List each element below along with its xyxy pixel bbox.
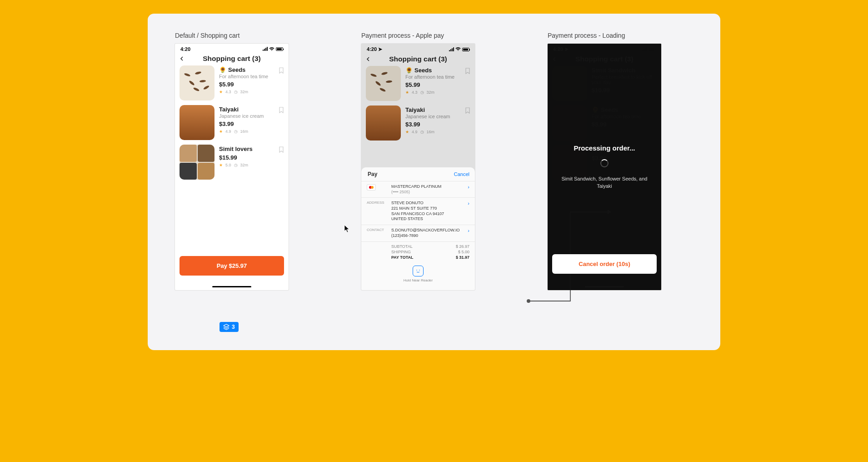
frame-loading-column: Payment process - Loading 4:20 ➤ Shoppin… — [548, 32, 661, 332]
item-info: 🌻Seeds For afternoon tea time $5.99 ★4.3… — [405, 66, 470, 101]
signal-icon — [262, 46, 268, 52]
face-id-prompt[interactable]: Hold Near Reader — [361, 266, 475, 282]
item-desc: For afternoon tea time — [405, 74, 470, 80]
paytotal-line: PAY TOTAL$ 31.97 — [367, 255, 469, 260]
figma-canvas[interactable]: Default / Shopping cart 4:20 Shopping ca… — [148, 14, 720, 350]
totals-block: SUBTOTAL$ 26.97 SHIPPING$ 5.00 PAY TOTAL… — [361, 241, 475, 262]
contact-row[interactable]: CONTACT S.DONUTO@SNACKOVERFLOW.IO (123)4… — [361, 225, 475, 241]
processing-title: Processing order... — [574, 144, 635, 152]
clock-icon: ◷ — [420, 90, 424, 95]
card-icon-wrap — [367, 184, 387, 191]
status-time: 4:20 — [180, 46, 190, 52]
wifi-icon — [455, 47, 461, 51]
status-icons — [262, 46, 283, 52]
chevron-right-icon: › — [468, 228, 469, 233]
cart-list: 🌻Seeds For afternoon tea time $5.99 ★4.3… — [361, 66, 475, 141]
layers-icon — [223, 324, 229, 330]
address-label: ADDRESS — [367, 201, 387, 205]
face-id-icon — [413, 266, 424, 276]
star-icon: ★ — [219, 129, 223, 134]
item-price: $3.99 — [219, 121, 284, 127]
phone-applepay[interactable]: 4:20 ➤ Shopping cart (3) — [361, 44, 475, 290]
item-thumbnail — [366, 105, 401, 141]
nav-row: Shopping cart (3) — [175, 53, 289, 65]
shipping-line: SHIPPING$ 5.00 — [367, 249, 469, 255]
status-icons — [449, 47, 469, 52]
phone-cart[interactable]: 4:20 Shopping cart (3) — [175, 44, 289, 290]
status-bar: 4:20 — [175, 44, 289, 53]
mastercard-icon — [367, 184, 376, 191]
cart-item[interactable]: 🌻Seeds For afternoon tea time $5.99 ★4.3… — [180, 65, 284, 100]
processing-items: Simit Sandwich, Sunflower Seeds, and Tai… — [557, 176, 652, 190]
frame-cart-column: Default / Shopping cart 4:20 Shopping ca… — [175, 32, 289, 332]
frame-label-applepay: Payment process - Apple pay — [361, 32, 444, 39]
item-name: Taiyaki — [405, 106, 470, 113]
bookmark-icon — [465, 68, 470, 74]
cart-item[interactable]: Simit lovers $15.99 ★5.0◷32m — [180, 145, 284, 180]
item-price: $5.99 — [219, 81, 284, 88]
layers-badge[interactable]: 3 — [219, 322, 239, 332]
cart-item[interactable]: Taiyaki Japanese ice cream $3.99 ★4.9◷16… — [180, 105, 284, 140]
svg-point-0 — [416, 270, 417, 271]
item-name: Taiyaki — [219, 106, 284, 113]
bookmark-icon[interactable] — [279, 146, 284, 153]
item-name: 🌻Seeds — [219, 66, 284, 73]
item-name: Simit lovers — [219, 146, 284, 152]
card-value: MASTERCARD PLATINUM(•••• 2505) — [391, 184, 463, 195]
signal-icon — [449, 47, 454, 52]
cancel-order-button[interactable]: Cancel order (10s) — [552, 254, 657, 274]
address-row[interactable]: ADDRESS STEVE DONUTO 221 MAIN ST SUITE 7… — [361, 197, 475, 225]
subtotal-line: SUBTOTAL$ 26.97 — [367, 244, 469, 249]
chevron-right-icon: › — [468, 184, 469, 190]
apple-pay-logo: Pay — [367, 171, 377, 177]
phone-loading[interactable]: 4:20 ➤ Shopping cart (3) Simit Sandwich … — [548, 44, 661, 290]
card-row[interactable]: MASTERCARD PLATINUM(•••• 2505) › — [361, 181, 475, 197]
item-desc: Japanese ice cream — [405, 114, 470, 119]
item-thumbnail — [366, 66, 401, 101]
item-meta: ★4.9◷16m — [219, 129, 284, 134]
item-meta: ★4.3◷32m — [405, 90, 470, 95]
battery-icon — [462, 48, 469, 51]
address-value: STEVE DONUTO 221 MAIN ST SUITE 770 SAN F… — [391, 201, 463, 222]
clock-icon: ◷ — [234, 129, 238, 134]
star-icon: ★ — [405, 130, 409, 134]
page-title: Shopping cart (3) — [361, 55, 475, 63]
bookmark-icon[interactable] — [279, 107, 284, 113]
pay-button[interactable]: Pay $25.97 — [180, 256, 284, 276]
home-indicator — [212, 286, 251, 287]
chevron-right-icon: › — [468, 201, 469, 206]
item-info: Taiyaki Japanese ice cream $3.99 ★4.9◷16… — [219, 105, 284, 140]
battery-icon — [276, 47, 283, 51]
svg-point-1 — [419, 270, 420, 271]
wifi-icon — [269, 47, 274, 51]
item-price: $5.99 — [405, 81, 470, 88]
svg-point-2 — [527, 299, 530, 303]
item-desc: Japanese ice cream — [219, 113, 284, 119]
frame-applepay-column: Payment process - Apple pay 4:20 ➤ Shopp… — [361, 32, 475, 332]
star-icon: ★ — [219, 163, 223, 167]
clock-icon: ◷ — [234, 163, 238, 167]
status-bar: 4:20 ➤ — [361, 44, 475, 53]
item-info: 🌻Seeds For afternoon tea time $5.99 ★4.3… — [219, 65, 284, 100]
bookmark-icon — [465, 107, 470, 114]
item-desc: For afternoon tea time — [219, 74, 284, 79]
item-info: Simit lovers $15.99 ★5.0◷32m — [219, 145, 284, 180]
loading-overlay: Processing order... Simit Sandwich, Sunf… — [548, 44, 661, 290]
cancel-button[interactable]: Cancel — [454, 171, 469, 177]
item-price: $3.99 — [405, 121, 470, 128]
star-icon: ★ — [219, 90, 223, 94]
contact-label: CONTACT — [367, 228, 387, 232]
contact-value: S.DONUTO@SNACKOVERFLOW.IO (123)456-7890 — [391, 228, 463, 238]
item-meta: ★5.0◷32m — [219, 163, 284, 167]
apple-pay-sheet[interactable]: Pay Cancel MASTERCARD PLATINUM(•••• 2505… — [361, 167, 475, 290]
bookmark-icon[interactable] — [279, 67, 284, 74]
nav-row: Shopping cart (3) — [361, 53, 475, 66]
spinner-icon — [600, 159, 609, 167]
page-title: Shopping cart (3) — [175, 55, 289, 63]
frame-label-cart: Default / Shopping cart — [175, 32, 239, 39]
item-meta: ★4.3◷32m — [219, 90, 284, 94]
layers-count: 3 — [232, 324, 235, 330]
item-meta: ★4.9◷16m — [405, 130, 470, 134]
item-info: Taiyaki Japanese ice cream $3.99 ★4.9◷16… — [405, 105, 470, 141]
star-icon: ★ — [405, 90, 409, 95]
